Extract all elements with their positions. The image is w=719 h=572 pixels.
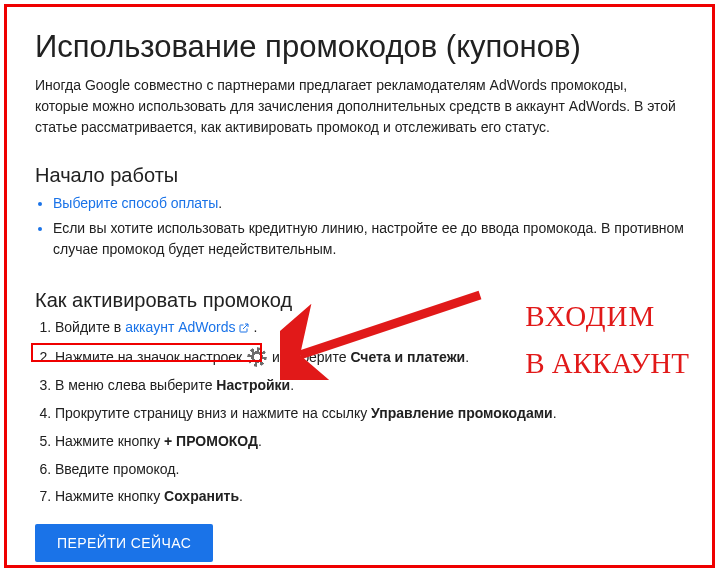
step-3: В меню слева выберите Настройки. [55,376,684,395]
intro-paragraph: Иногда Google совместно с партнерами пре… [35,75,684,138]
step7-bold: Сохранить [164,488,239,504]
step7-post: . [239,488,243,504]
step7-pre: Нажмите кнопку [55,488,164,504]
step5-bold: + ПРОМОКОД [164,433,258,449]
step4-bold: Управление промокодами [371,405,553,421]
step2-pre: Нажмите на значок настроек [55,349,246,365]
step2-post: . [465,349,469,365]
adwords-account-link[interactable]: аккаунт AdWords [125,319,249,335]
content-frame: Использование промокодов (купонов) Иногд… [4,4,715,568]
page-title: Использование промокодов (купонов) [35,29,684,65]
section-start-heading: Начало работы [35,164,684,187]
bullet-payment: Выберите способ оплаты. [53,193,684,215]
step3-pre: В меню слева выберите [55,377,216,393]
step5-pre: Нажмите кнопку [55,433,164,449]
step3-post: . [290,377,294,393]
step-1: Войдите в аккаунт AdWords . [55,318,684,339]
bullet-credit-line: Если вы хотите использовать кредитную ли… [53,218,684,261]
step-5: Нажмите кнопку + ПРОМОКОД. [55,432,684,451]
go-now-button[interactable]: ПЕРЕЙТИ СЕЙЧАС [35,524,213,562]
step-2: Нажмите на значок настроек и выберите Сч… [55,348,684,367]
step2-mid: и выберите [268,349,350,365]
step1-pre: Войдите в [55,319,125,335]
step1-post: . [250,319,258,335]
section-activate-heading: Как активировать промокод [35,289,684,312]
start-bullets: Выберите способ оплаты. Если вы хотите и… [35,193,684,261]
step3-bold: Настройки [216,377,290,393]
step2-bold: Счета и платежи [350,349,465,365]
step-4: Прокрутите страницу вниз и нажмите на сс… [55,404,684,423]
gear-icon [248,348,266,366]
external-link-icon [238,320,250,339]
step5-post: . [258,433,262,449]
adwords-link-text: аккаунт AdWords [125,319,235,335]
step4-pre: Прокрутите страницу вниз и нажмите на сс… [55,405,371,421]
bullet-dot: . [218,195,222,211]
step-6: Введите промокод. [55,460,684,479]
step-7: Нажмите кнопку Сохранить. [55,487,684,506]
step4-post: . [553,405,557,421]
activate-steps: Войдите в аккаунт AdWords . Нажмите на з… [35,318,684,506]
choose-payment-link[interactable]: Выберите способ оплаты [53,195,218,211]
